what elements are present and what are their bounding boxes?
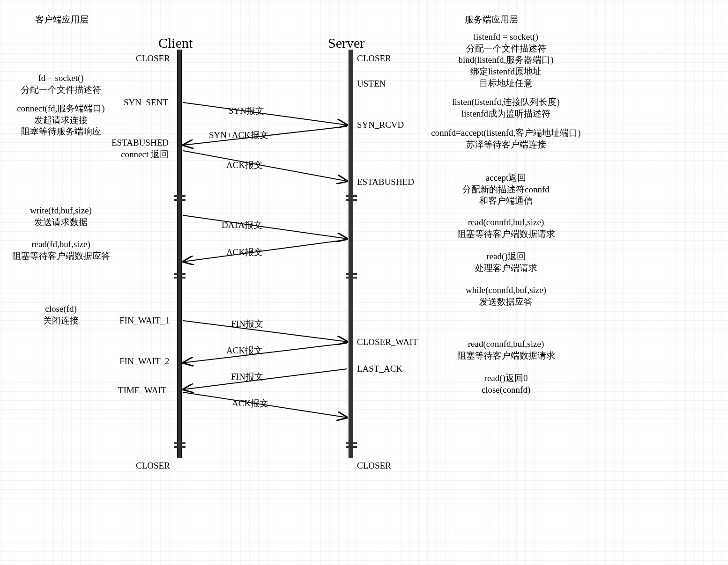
msg-data: DATA报文 [222,220,262,231]
server-state-closer-bot: CLOSER [357,460,391,472]
client-state-established: ESTABUSHEDconnect 返回 [111,137,169,160]
client-app-socket: fd = socket()分配一个文件描述符 [9,73,112,95]
server-title: Server [328,34,364,52]
client-app-write: write(fd,buf,size)发送请求数据 [9,205,112,228]
msg-syn: SYN报文 [229,105,264,117]
server-app-read1: read(connfd,buf,size)阻塞等待客户端数据请求 [440,217,572,240]
client-title: Client [158,34,193,52]
server-state-closer-wait: CLOSER_WAIT [357,337,418,348]
server-lifeline [349,50,353,458]
server-app-listen: listen(listenfd,连接队列长度)listenfd成为监听描述符 [440,96,572,119]
client-state-fin-wait-2: FIN_WAIT_2 [119,356,170,367]
server-app-read0: read()返回0close(connfd) [440,373,572,396]
server-app-read-ret: read()返回处理客户端请求 [440,251,572,274]
server-state-last-ack: LAST_ACK [357,363,402,375]
client-app-read: read(fd,buf,size)阻塞等待客户端数据应答 [9,239,112,262]
server-state-established: ESTABUSHED [357,176,414,188]
client-state-fin-wait-1: FIN_WAIT_1 [119,315,170,327]
server-app-while: while(connfd,buf,size)发送数据应答 [440,285,572,308]
msg-syn-ack: SYN+ACK报文 [209,130,268,141]
client-state-closer-top: CLOSER [136,53,170,65]
client-app-close: close(fd)关闭连接 [9,303,112,326]
msg-ack2: ACK报文 [226,247,263,258]
client-lifeline [177,50,182,458]
client-state-time-wait: TIME_WAIT [118,385,166,396]
msg-ack1: ACK报文 [226,160,263,171]
client-app-connect: connect(fd,服务端端口)发起请求连接阻塞等待服务端响应 [9,103,112,138]
server-state-closer-top: CLOSER [357,53,391,65]
client-app-header: 客户端应用层 [35,14,89,26]
server-app-accept-ret: accept返回分配新的描述符connfd和客户端通信 [440,172,572,207]
msg-ack4: ACK报文 [232,398,268,410]
server-app-socket: listenfd = socket()分配一个文件描述符bind(listenf… [440,31,572,89]
msg-fin1: FIN报文 [231,318,263,330]
msg-ack3: ACK报文 [226,345,263,357]
msg-fin2: FIN报文 [231,371,263,383]
server-state-syn-rcvd: SYN_RCVD [357,119,404,131]
client-state-syn-sent: SYN_SENT [124,97,168,109]
server-app-accept: connfd=accept(listenfd,客户端地址端口)苏泽等待客户端连接 [426,127,586,150]
client-state-closer-bot: CLOSER [136,460,170,472]
server-app-read2: read(connfd,buf,size)阻塞等待客户端数据请求 [440,338,572,361]
server-app-header: 服务端应用层 [465,14,518,26]
server-state-usten: USTEN [357,78,386,90]
